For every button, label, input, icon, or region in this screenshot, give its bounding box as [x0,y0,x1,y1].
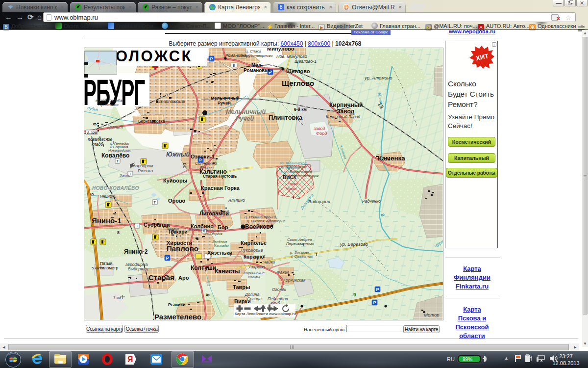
svg-text:99%: 99% [463,357,472,362]
svg-text:оз. Ждановское: оз. Ждановское [280,161,307,165]
svg-text:P: P [166,256,169,261]
svg-text:Всеволожская: Всеволожская [156,99,185,104]
svg-text:св. Георгия: св. Георгия [205,232,222,236]
svg-text:Аро: Аро [178,275,189,281]
svg-text:Барокко: Барокко [281,170,295,174]
svg-text:Горки: Горки [288,182,298,186]
svg-text:Ленд: Ленд [169,230,177,234]
svg-text:Коркино: Коркино [244,254,264,260]
svg-text:Старая Пустошь: Старая Пустошь [203,174,237,179]
svg-text:Ручей: Ручей [236,115,254,122]
svg-text:Бернгардовка: Бернгардовка [138,119,165,124]
svg-text:ур. Берёзово: ур. Берёзово [340,241,368,247]
svg-text:километр: километр [100,265,118,270]
svg-text:А-128: А-128 [87,131,97,135]
svg-text:Запки: Запки [120,173,130,178]
svg-text:Тавры: Тавры [233,284,250,290]
svg-text:Воейково: Воейково [245,223,273,230]
svg-text:Первозванного: Первозванного [286,241,314,246]
svg-text:Павлово: Павлово [167,244,198,253]
svg-text:8: 8 [280,4,283,10]
svg-text:T: T [116,159,119,163]
svg-text:Романовка: Романовка [244,68,270,73]
svg-text:T: T [136,224,138,228]
svg-text:Хязельки: Хязельки [207,250,232,256]
svg-text:кладб.: кладб. [92,142,104,147]
svg-text:Озерки-1: Озерки-1 [191,154,215,159]
svg-text:Петровское: Петровское [279,165,300,170]
svg-text:Кирполье: Кирполье [241,240,267,246]
svg-text:Янино-2: Янино-2 [124,248,148,255]
svg-text:Виктория: Виктория [308,199,330,204]
svg-text:@: @ [343,4,349,10]
svg-text:Мотор: Мотор [424,312,440,317]
svg-text:Каменка: Каменка [378,155,405,162]
svg-text:Нов. Минулово: Нов. Минулово [276,54,307,59]
svg-text:Канисты: Канисты [215,268,240,275]
svg-text:Уварово: Уварово [247,264,265,269]
svg-text:Красная Горка: Красная Горка [201,185,240,191]
svg-text:Холмы: Холмы [247,275,260,279]
svg-text:Мельничный: Мельничный [211,96,240,101]
svg-text:Ручей: Ручей [218,101,231,105]
svg-text:НОВО-КОВАЛЁВО: НОВО-КОВАЛЁВО [92,185,139,191]
svg-text:Плинтовка: Плинтовка [269,114,303,121]
svg-text:Радченко: Радченко [362,199,381,204]
svg-text:Солнца: Солнца [247,296,262,301]
svg-text:Огонёк: Огонёк [272,287,287,292]
svg-text:Ковалёвское: Ковалёвское [88,137,112,142]
svg-text:Я: Я [127,355,133,364]
svg-text:Орово: Орово [168,198,186,204]
svg-text:ц. Николая Чудотворца: ц. Николая Чудотворца [247,219,286,223]
svg-text:10: 10 [182,162,188,168]
svg-text:ц. Спаса: ц. Спаса [245,49,262,53]
svg-text:Лукоморье: Лукоморье [240,248,263,253]
svg-text:музей-усадьба: музей-усадьба [96,98,122,103]
svg-text:5 км: 5 км [92,266,99,270]
svg-text:8: 8 [117,230,120,235]
svg-text:Приютино: Приютино [98,103,119,107]
svg-text:Ковалёво: Ковалёво [101,152,129,159]
svg-text:P: P [210,56,213,61]
svg-text:Кирпичный: Кирпичный [329,102,363,108]
svg-text:Новик: Новик [286,186,297,191]
svg-text:Янино-1: Янино-1 [92,216,122,225]
svg-text:Карта Ленобласти www.oblmap.r: Карта Ленобласти www.oblmap.ru [235,312,296,316]
svg-text:Разметелево: Разметелево [154,313,201,320]
svg-text:Форд: Форд [316,131,327,136]
svg-text:ц. Благовещения: ц. Благовещения [201,210,229,213]
svg-text:Куйворы: Куйворы [163,178,187,184]
svg-text:Альпино: Альпино [228,198,245,203]
svg-text:Южный: Южный [166,151,190,158]
svg-text:Ржевка: Ржевка [138,168,153,173]
svg-text:Мал.: Мал. [251,62,263,68]
svg-text:Выборжец: Выборжец [128,266,148,271]
svg-text:завод: завод [313,126,325,131]
svg-text:Романовка: Романовка [225,53,246,58]
svg-text:Вадаелла: Вадаелла [189,227,205,232]
svg-text:P: P [373,300,376,305]
svg-text:Кирпичный Завод: Кирпичный Завод [326,114,360,119]
svg-text:6-й км: 6-й км [294,107,307,112]
svg-text:P: P [376,287,379,292]
svg-text:Мельничный: Мельничный [226,108,266,115]
svg-text:Чайка: Чайка [263,260,275,264]
svg-text:ц. Иоанна Кронш.: ц. Иоанна Кронш. [245,215,277,219]
svg-text:Щеглово-1: Щеглово-1 [294,59,317,64]
svg-text:Рыжики: Рыжики [168,302,186,307]
svg-text:ур. Алюмино: ур. Алюмино [364,75,392,80]
svg-text:Аэродром: Аэродром [132,163,153,168]
svg-text:Минулово: Минулово [267,48,294,52]
svg-text:ОЛОЖСК: ОЛОЖСК [116,48,193,65]
svg-text:Факел: Факел [277,270,289,275]
svg-text:Гранит: Гранит [107,125,123,130]
svg-text:Каскады: Каскады [214,243,229,248]
svg-text:Старая: Старая [148,273,174,282]
svg-text:Лесстрельщик: Лесстрельщик [292,174,319,178]
svg-text:Щеглово: Щеглово [286,68,310,74]
svg-text:Завод: Завод [337,108,355,115]
svg-text:7 км: 7 км [113,295,121,300]
svg-text:6: 6 [233,63,235,68]
svg-text:и Савватия: и Савватия [291,254,314,259]
svg-text:Колтуши: Колтуши [191,264,216,271]
